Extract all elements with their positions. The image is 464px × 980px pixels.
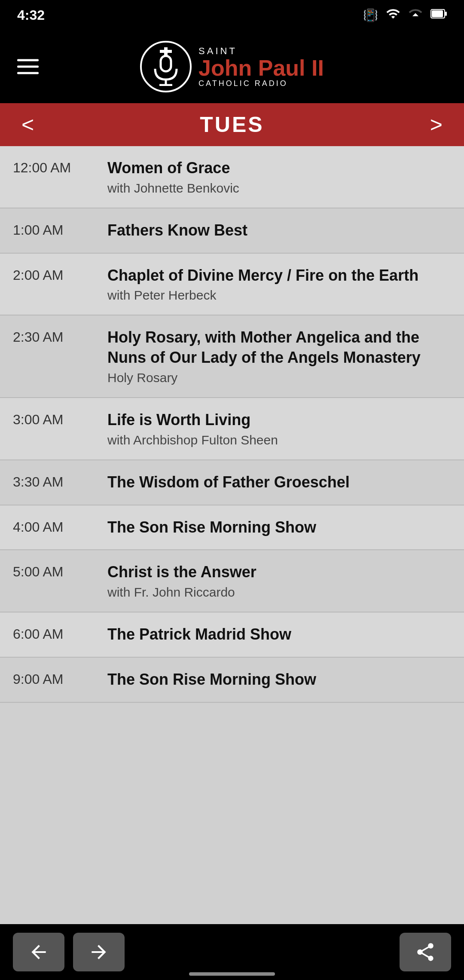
schedule-list: 12:00 AM Women of Grace with Johnette Be… bbox=[0, 146, 464, 703]
schedule-title-8: The Patrick Madrid Show bbox=[107, 625, 451, 645]
schedule-item-4[interactable]: 3:00 AM Life is Worth Living with Archbi… bbox=[0, 398, 464, 460]
back-arrow-icon bbox=[28, 941, 49, 963]
schedule-subtitle-2: with Peter Herbeck bbox=[107, 288, 451, 303]
svg-rect-4 bbox=[160, 50, 172, 53]
status-bar: 4:32 📳 bbox=[0, 0, 464, 30]
schedule-title-5: The Wisdom of Father Groeschel bbox=[107, 472, 451, 493]
schedule-time-9: 9:00 AM bbox=[13, 670, 107, 687]
wifi-icon bbox=[386, 6, 400, 24]
schedule-subtitle-3: Holy Rosary bbox=[107, 371, 451, 385]
schedule-content-2: Chaplet of Divine Mercy / Fire on the Ea… bbox=[107, 266, 451, 303]
schedule-time-1: 1:00 AM bbox=[13, 220, 107, 238]
signal-icon bbox=[408, 6, 423, 24]
schedule-subtitle-0: with Johnette Benkovic bbox=[107, 181, 451, 196]
schedule-time-0: 12:00 AM bbox=[13, 158, 107, 176]
schedule-time-8: 6:00 AM bbox=[13, 625, 107, 642]
schedule-item-6[interactable]: 4:00 AM The Son Rise Morning Show bbox=[0, 505, 464, 551]
schedule-content-8: The Patrick Madrid Show bbox=[107, 625, 451, 645]
schedule-item-8[interactable]: 6:00 AM The Patrick Madrid Show bbox=[0, 612, 464, 658]
app-header: SAINT John Paul II CATHOLIC RADIO bbox=[0, 30, 464, 103]
logo-subtitle-text: CATHOLIC RADIO bbox=[198, 79, 288, 88]
schedule-time-7: 5:00 AM bbox=[13, 562, 107, 580]
logo-icon bbox=[140, 41, 192, 92]
schedule-item-5[interactable]: 3:30 AM The Wisdom of Father Groeschel bbox=[0, 460, 464, 505]
logo-text: SAINT John Paul II CATHOLIC RADIO bbox=[198, 46, 324, 88]
schedule-title-4: Life is Worth Living bbox=[107, 410, 451, 430]
share-button[interactable] bbox=[400, 933, 451, 971]
schedule-item-1[interactable]: 1:00 AM Fathers Know Best bbox=[0, 208, 464, 254]
schedule-content-0: Women of Grace with Johnette Benkovic bbox=[107, 158, 451, 196]
menu-button[interactable] bbox=[17, 59, 39, 74]
schedule-time-6: 4:00 AM bbox=[13, 518, 107, 535]
schedule-content-9: The Son Rise Morning Show bbox=[107, 670, 451, 690]
back-button[interactable] bbox=[13, 933, 64, 971]
forward-arrow-icon bbox=[88, 941, 110, 963]
schedule-time-4: 3:00 AM bbox=[13, 410, 107, 428]
schedule-title-1: Fathers Know Best bbox=[107, 220, 451, 241]
schedule-content-5: The Wisdom of Father Groeschel bbox=[107, 472, 451, 493]
schedule-subtitle-7: with Fr. John Riccardo bbox=[107, 585, 451, 600]
schedule-title-0: Women of Grace bbox=[107, 158, 451, 178]
schedule-time-3: 2:30 AM bbox=[13, 328, 107, 345]
schedule-content-7: Christ is the Answer with Fr. John Ricca… bbox=[107, 562, 451, 600]
logo: SAINT John Paul II CATHOLIC RADIO bbox=[140, 41, 324, 92]
schedule-title-3: Holy Rosary, with Mother Angelica and th… bbox=[107, 328, 451, 368]
schedule-item-9[interactable]: 9:00 AM The Son Rise Morning Show bbox=[0, 658, 464, 703]
schedule-time-5: 3:30 AM bbox=[13, 472, 107, 490]
schedule-item-0[interactable]: 12:00 AM Women of Grace with Johnette Be… bbox=[0, 146, 464, 208]
svg-rect-2 bbox=[432, 10, 443, 17]
current-day-label: TUES bbox=[200, 112, 264, 137]
logo-saint-text: SAINT bbox=[198, 46, 237, 57]
schedule-content-6: The Son Rise Morning Show bbox=[107, 518, 451, 538]
schedule-title-7: Christ is the Answer bbox=[107, 562, 451, 582]
schedule-content-4: Life is Worth Living with Archbishop Ful… bbox=[107, 410, 451, 447]
schedule-title-9: The Son Rise Morning Show bbox=[107, 670, 451, 690]
schedule-item-7[interactable]: 5:00 AM Christ is the Answer with Fr. Jo… bbox=[0, 550, 464, 612]
schedule-content-1: Fathers Know Best bbox=[107, 220, 451, 241]
day-navigation: < TUES > bbox=[0, 103, 464, 146]
schedule-title-2: Chaplet of Divine Mercy / Fire on the Ea… bbox=[107, 266, 451, 286]
vibrate-icon: 📳 bbox=[363, 8, 378, 22]
schedule-time-2: 2:00 AM bbox=[13, 266, 107, 283]
schedule-item-3[interactable]: 2:30 AM Holy Rosary, with Mother Angelic… bbox=[0, 315, 464, 398]
next-day-button[interactable]: > bbox=[421, 110, 451, 140]
schedule-title-6: The Son Rise Morning Show bbox=[107, 518, 451, 538]
bottom-nav-left bbox=[13, 933, 125, 971]
schedule-subtitle-4: with Archbishop Fulton Sheen bbox=[107, 433, 451, 447]
schedule-content-3: Holy Rosary, with Mother Angelica and th… bbox=[107, 328, 451, 385]
home-indicator bbox=[189, 972, 275, 976]
status-icons: 📳 bbox=[363, 6, 447, 24]
prev-day-button[interactable]: < bbox=[13, 110, 43, 140]
schedule-item-2[interactable]: 2:00 AM Chaplet of Divine Mercy / Fire o… bbox=[0, 254, 464, 316]
bottom-navigation bbox=[0, 924, 464, 980]
battery-icon bbox=[430, 8, 447, 23]
logo-name-text: John Paul II bbox=[198, 57, 324, 79]
forward-button[interactable] bbox=[73, 933, 125, 971]
svg-rect-5 bbox=[161, 56, 171, 71]
status-time: 4:32 bbox=[17, 7, 45, 23]
share-icon bbox=[415, 941, 436, 963]
svg-rect-1 bbox=[445, 12, 447, 16]
